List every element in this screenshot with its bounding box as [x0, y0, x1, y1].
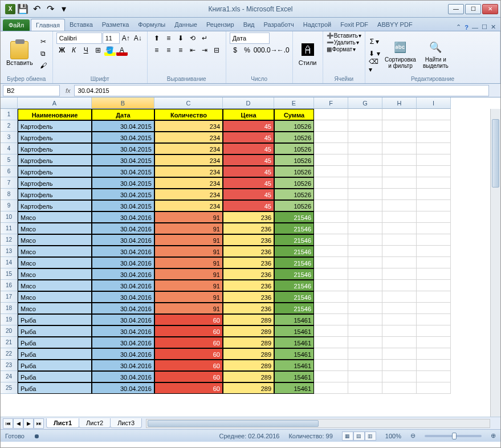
empty-cell[interactable]	[314, 234, 348, 246]
empty-cell[interactable]	[417, 371, 451, 382]
row-header[interactable]: 13	[1, 246, 18, 257]
currency-button[interactable]: $	[230, 44, 241, 56]
sheet-tab[interactable]: Лист3	[110, 418, 142, 428]
select-all-corner[interactable]	[1, 97, 18, 109]
data-cell[interactable]: 30.04.2016	[92, 360, 154, 371]
data-cell[interactable]: 30.04.2015	[92, 154, 154, 166]
empty-cell[interactable]	[382, 177, 417, 189]
empty-cell[interactable]	[348, 303, 382, 314]
data-cell[interactable]: Мясо	[18, 280, 92, 291]
ribbon-tab[interactable]: Вид	[239, 19, 259, 31]
percent-button[interactable]: %	[242, 44, 253, 56]
data-cell[interactable]: Мясо	[18, 234, 92, 246]
ribbon-tab[interactable]: ABBYY PDF	[373, 19, 417, 31]
data-cell[interactable]: 30.04.2015	[92, 132, 154, 143]
data-cell[interactable]: Рыба	[18, 348, 92, 360]
row-header[interactable]: 22	[1, 348, 18, 360]
decrease-decimal-button[interactable]: ←.0	[278, 44, 289, 56]
empty-cell[interactable]	[348, 234, 382, 246]
font-color-button[interactable]: A	[116, 44, 128, 56]
column-header[interactable]: H	[382, 97, 417, 109]
cut-button[interactable]: ✂	[38, 36, 49, 47]
empty-cell[interactable]	[348, 177, 382, 189]
data-cell[interactable]: 234	[154, 177, 223, 189]
clear-button[interactable]: ⌫ ▾	[369, 60, 380, 71]
data-cell[interactable]: 234	[154, 120, 223, 132]
data-cell[interactable]: Картофель	[18, 120, 92, 132]
data-cell[interactable]: 10526	[274, 120, 314, 132]
empty-cell[interactable]	[314, 314, 348, 325]
file-tab[interactable]: Файл	[3, 19, 30, 31]
empty-cell[interactable]	[417, 189, 451, 200]
data-cell[interactable]: 60	[154, 360, 223, 371]
empty-cell[interactable]	[348, 360, 382, 371]
data-cell[interactable]: 45	[223, 200, 274, 211]
row-header[interactable]: 1	[1, 109, 18, 120]
empty-cell[interactable]	[348, 211, 382, 223]
font-name-combo[interactable]: Calibri	[56, 32, 102, 44]
data-cell[interactable]: 234	[154, 143, 223, 154]
data-cell[interactable]: 91	[154, 234, 223, 246]
data-cell[interactable]: 30.04.2016	[92, 303, 154, 314]
autosum-button[interactable]: Σ ▾	[369, 36, 380, 47]
data-cell[interactable]: 30.04.2016	[92, 223, 154, 234]
empty-cell[interactable]	[382, 371, 417, 382]
data-cell[interactable]: 21546	[274, 291, 314, 303]
empty-cell[interactable]	[314, 371, 348, 382]
data-cell[interactable]: Рыба	[18, 325, 92, 337]
wrap-text-button[interactable]: ↵	[199, 32, 210, 44]
data-cell[interactable]: 45	[223, 132, 274, 143]
empty-cell[interactable]	[417, 154, 451, 166]
empty-cell[interactable]	[417, 337, 451, 348]
data-cell[interactable]: 45	[223, 120, 274, 132]
data-cell[interactable]: 60	[154, 382, 223, 394]
empty-cell[interactable]	[348, 132, 382, 143]
sheet-nav-last[interactable]: ⏭	[34, 418, 44, 429]
empty-cell[interactable]	[417, 166, 451, 177]
empty-cell[interactable]	[417, 382, 451, 394]
close-button[interactable]: ✕	[482, 4, 498, 14]
row-header[interactable]: 3	[1, 132, 18, 143]
save-button[interactable]: 💾	[17, 3, 29, 15]
column-header[interactable]: G	[348, 97, 382, 109]
empty-cell[interactable]	[314, 132, 348, 143]
data-cell[interactable]: 10526	[274, 189, 314, 200]
data-cell[interactable]: 289	[223, 314, 274, 325]
ribbon-tab[interactable]: Данные	[170, 19, 202, 31]
data-cell[interactable]: 236	[223, 257, 274, 268]
data-cell[interactable]: 236	[223, 211, 274, 223]
data-cell[interactable]: Рыба	[18, 360, 92, 371]
data-cell[interactable]: 236	[223, 246, 274, 257]
empty-cell[interactable]	[417, 132, 451, 143]
qat-dropdown[interactable]: ▾	[58, 3, 70, 15]
empty-cell[interactable]	[382, 337, 417, 348]
insert-cells-button[interactable]: ➕Вставить ▾	[327, 32, 361, 39]
data-cell[interactable]: Мясо	[18, 268, 92, 280]
empty-cell[interactable]	[382, 280, 417, 291]
doc-minimize-button[interactable]: —	[472, 24, 478, 31]
zoom-handle[interactable]	[452, 433, 457, 439]
empty-cell[interactable]	[417, 303, 451, 314]
ribbon-tab[interactable]: Рецензир	[202, 19, 239, 31]
data-cell[interactable]: 21546	[274, 211, 314, 223]
empty-cell[interactable]	[382, 154, 417, 166]
empty-cell[interactable]	[417, 268, 451, 280]
sheet-nav-next[interactable]: ▶	[23, 418, 34, 429]
empty-cell[interactable]	[417, 223, 451, 234]
vertical-scrollbar[interactable]	[490, 109, 500, 417]
empty-cell[interactable]	[314, 291, 348, 303]
data-cell[interactable]: 60	[154, 348, 223, 360]
data-cell[interactable]: 91	[154, 246, 223, 257]
data-cell[interactable]: 15461	[274, 360, 314, 371]
empty-cell[interactable]	[417, 360, 451, 371]
empty-cell[interactable]	[382, 268, 417, 280]
data-cell[interactable]: 30.04.2016	[92, 314, 154, 325]
data-cell[interactable]: 15461	[274, 348, 314, 360]
empty-cell[interactable]	[314, 303, 348, 314]
vertical-scroll-thumb[interactable]	[492, 119, 499, 188]
redo-button[interactable]: ↷	[44, 3, 56, 15]
data-cell[interactable]: 234	[154, 200, 223, 211]
zoom-slider[interactable]	[425, 435, 482, 437]
sheet-tab[interactable]: Лист1	[46, 418, 79, 428]
row-header[interactable]: 6	[1, 166, 18, 177]
